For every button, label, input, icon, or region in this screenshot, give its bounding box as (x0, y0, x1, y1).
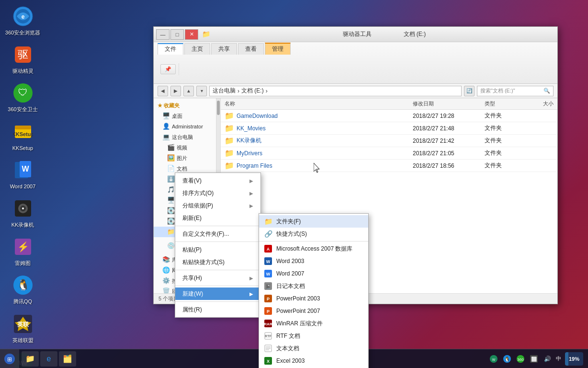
svg-text:⬜: ⬜ (531, 356, 537, 362)
col-header-date[interactable]: 修改日期 (409, 100, 481, 107)
address-breadcrumb: 这台电脑 › 文档 (E:) › (213, 87, 268, 95)
desktop-icon-tencent[interactable]: 🐧 腾讯QQ (5, 274, 41, 305)
tab-file[interactable]: 文件 (158, 43, 183, 55)
file-type-3: 文件夹 (481, 149, 519, 157)
breadcrumb-sep1: › (237, 88, 239, 94)
submenu-rtf[interactable]: RTF RTF 文档 (259, 330, 368, 342)
recent-button[interactable]: ▾ (196, 86, 207, 96)
desktop-icon-word2007[interactable]: W Word 2007 (5, 159, 41, 190)
tab-view[interactable]: 查看 (238, 43, 264, 55)
ctx-group-arrow: ▶ (249, 203, 253, 208)
desktop-icon-kkrecorder[interactable]: KK录像机 (5, 197, 41, 228)
start-button[interactable]: ⊞ (0, 349, 19, 368)
submenu-ppt2003[interactable]: P PowerPoint 2003 (259, 292, 368, 305)
close-button[interactable]: ✕ (185, 29, 198, 40)
desktop-icon-kksetup[interactable]: KKSetup KKSetup (5, 120, 41, 151)
ctx-refresh[interactable]: 刷新(E) (175, 212, 260, 224)
tray-penguin-icon[interactable]: 🐧 (502, 354, 512, 364)
desktop-icon-security[interactable]: 🛡 360安全卫士 (5, 81, 41, 113)
word2003-icon: W (264, 257, 272, 265)
submenu-folder[interactable]: 📁 文件夹(F) (259, 215, 368, 228)
svg-text:P: P (267, 309, 270, 314)
taskbar-apps: 📁 e 🗂️ (19, 351, 484, 367)
tray-network-icon[interactable]: ⬜ (529, 354, 539, 364)
rtf-icon: RTF (264, 332, 272, 340)
submenu-excel2003[interactable]: X Excel 2003 (259, 355, 368, 367)
tray-wegame-icon[interactable]: W (489, 354, 498, 364)
submenu-access[interactable]: A Microsoft Access 2007 数据库 (259, 242, 368, 255)
dvd-icon: 💿 (167, 242, 175, 250)
tab-share[interactable]: 共享 (211, 43, 237, 55)
sidebar-item-desktop[interactable]: 🖥️ 桌面 (154, 111, 216, 121)
sidebar-item-pictures[interactable]: 🖼️ 图片 (154, 153, 216, 163)
ribbon-btn-pin[interactable]: 📌 (160, 64, 176, 74)
sidebar-favorites[interactable]: ★ 收藏夹 (154, 101, 216, 111)
access-icon: A (264, 244, 272, 253)
tray-volume-icon[interactable]: 🔊 (543, 354, 552, 364)
taskbar-app-browser[interactable]: e (40, 351, 57, 367)
taskbar-misc-icon: 🗂️ (63, 354, 72, 363)
desktop-icon-thunder[interactable]: ⚡ 雷姆图 (5, 235, 41, 266)
sidebar-item-video[interactable]: 🎬 视频 (154, 142, 216, 153)
desktop-icon-driver[interactable]: 驱 驱动精灵 (5, 43, 41, 74)
submenu-word2007[interactable]: W Word 2007 (259, 267, 368, 280)
excel2003-icon: X (264, 356, 272, 365)
sidebar-item-thispc[interactable]: 💻 这台电脑 (154, 132, 216, 142)
filelist-header: 名称 修改日期 类型 大小 (221, 98, 557, 110)
search-box[interactable]: 搜索"文档 (E:)" 🔍 (477, 86, 554, 96)
submenu-shortcut[interactable]: 🔗 快捷方式(S) (259, 228, 368, 240)
folder-icon-4: 📁 (225, 161, 234, 170)
ctx-sort[interactable]: 排序方式(O) ▶ (175, 187, 260, 199)
taskbar-app-explorer[interactable]: 📁 (22, 351, 39, 367)
ctx-group[interactable]: 分组依据(P) ▶ (175, 199, 260, 212)
taskbar-app-misc[interactable]: 🗂️ (59, 351, 76, 367)
tab-manage[interactable]: 管理 (265, 43, 291, 55)
league1-label: 英雄联盟 (12, 337, 34, 344)
address-bar[interactable]: 这台电脑 › 文档 (E:) › (209, 86, 462, 96)
svg-rect-8 (15, 126, 31, 129)
sidebar-item-admin[interactable]: 👤 Administrator (154, 121, 216, 132)
ctx-share-arrow: ▶ (249, 276, 253, 281)
ctx-sort-arrow: ▶ (249, 191, 253, 196)
tab-home[interactable]: 主页 (184, 43, 210, 55)
ctx-properties[interactable]: 属性(R) (175, 303, 260, 316)
submenu-winrar[interactable]: RAR WinRAR 压缩文件 (259, 317, 368, 330)
progress-text: 19% (569, 356, 579, 362)
file-type-0: 文件夹 (481, 112, 519, 120)
titlebar-title-text: 驱动器工具 文档 (E:) (214, 30, 555, 38)
desktop-icon-league1[interactable]: 英联 英雄联盟 (5, 312, 41, 344)
ctx-custom[interactable]: 自定义文件夹(F)... (175, 228, 260, 240)
ctx-new[interactable]: 新建(W) ▶ (175, 288, 260, 300)
svg-text:W: W (492, 358, 496, 361)
ctx-view[interactable]: 查看(V) ▶ (175, 174, 260, 187)
submenu-txt[interactable]: 文本文档 (259, 342, 368, 355)
back-button[interactable]: ◀ (158, 86, 168, 96)
table-row[interactable]: 📁 GameDownload 2018/2/27 19:28 文件夹 (221, 110, 557, 122)
minimize-button[interactable]: — (156, 29, 170, 40)
svg-text:KKSetup: KKSetup (13, 131, 33, 137)
ctx-sep5 (175, 301, 260, 302)
col-header-type[interactable]: 类型 (481, 100, 519, 107)
file-type-1: 文件夹 (481, 124, 519, 132)
col-header-name[interactable]: 名称 (221, 100, 409, 107)
table-row[interactable]: 📁 KK_Movies 2018/2/27 21:48 文件夹 (221, 122, 557, 135)
tray-security-icon[interactable]: 360 (516, 354, 525, 364)
sidebar-scroll-thumb[interactable] (217, 101, 220, 115)
ctx-paste[interactable]: 粘贴(P) (175, 243, 260, 256)
svg-text:🐧: 🐧 (16, 278, 30, 291)
submenu-journal[interactable]: 📓 日记本文档 (259, 280, 368, 292)
refresh-button[interactable]: 🔄 (464, 86, 475, 96)
desktop-icon-browser[interactable]: e 360安全浏览器 (5, 5, 41, 36)
table-row[interactable]: 📁 Program Files 2018/2/27 18:56 文件夹 (221, 160, 557, 172)
forward-button[interactable]: ▶ (170, 86, 181, 96)
ppt2003-icon: P (264, 294, 272, 303)
submenu-word2003[interactable]: W Word 2003 (259, 255, 368, 267)
submenu-ppt2007[interactable]: P PowerPoint 2007 (259, 305, 368, 317)
col-header-size[interactable]: 大小 (519, 100, 557, 107)
up-button[interactable]: ▲ (183, 86, 194, 96)
table-row[interactable]: 📁 MyDrivers 2018/2/27 21:05 文件夹 (221, 147, 557, 160)
ctx-share[interactable]: 共享(H) ▶ (175, 272, 260, 284)
table-row[interactable]: 📁 KK录像机 2018/2/27 21:42 文件夹 (221, 135, 557, 147)
maximize-button[interactable]: □ (170, 29, 184, 40)
ctx-paste-shortcut[interactable]: 粘贴快捷方式(S) (175, 256, 260, 268)
